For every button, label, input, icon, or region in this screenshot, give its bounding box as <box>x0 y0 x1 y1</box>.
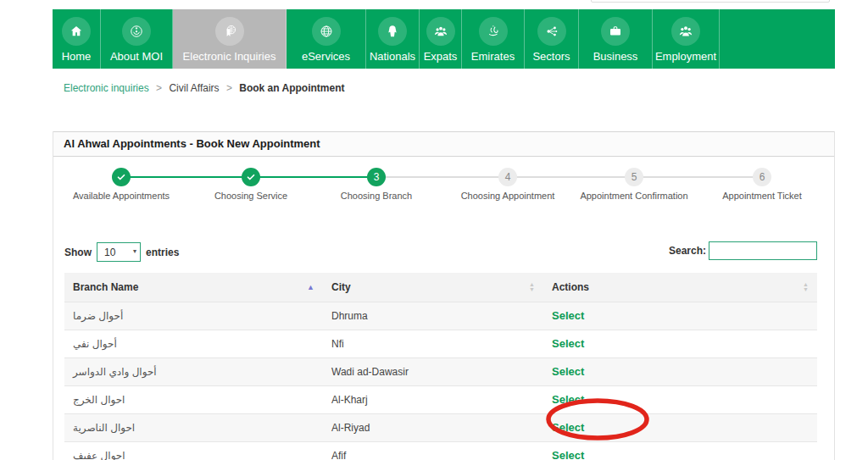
top-search-box-remnant[interactable] <box>591 0 830 3</box>
nav-label: Sectors <box>532 50 570 63</box>
nav-filler <box>720 9 835 69</box>
step-number: 6 <box>753 168 771 186</box>
branch-name-cell: أحوال نفي <box>64 330 323 357</box>
page-size-control: Show 10 ▾ entries <box>64 242 179 262</box>
table-toolbar: Show 10 ▾ entries Search: <box>64 241 817 263</box>
step-choosing-service: Choosing Service <box>183 168 319 201</box>
branch-name-cell: أحوال ضرما <box>64 302 323 330</box>
step-number: 4 <box>498 168 517 186</box>
column-header-actions[interactable]: Actions ▲▼ <box>543 273 817 302</box>
sort-icon: ▲▼ <box>803 282 809 292</box>
city-cell: Al-Riyad <box>323 413 543 441</box>
city-cell: Nfi <box>323 330 543 357</box>
step-label: Choosing Service <box>183 191 319 201</box>
nav-tab-expats[interactable]: Expats <box>420 9 462 69</box>
check-icon <box>112 168 131 186</box>
nav-tab-sectors[interactable]: Sectors <box>525 9 579 69</box>
search-input[interactable] <box>709 241 817 260</box>
search-label: Search: <box>669 245 706 257</box>
nav-label: Home <box>62 50 92 63</box>
select-button[interactable]: Select <box>552 337 584 350</box>
step-wizard: Available Appointments Choosing Service … <box>53 157 834 230</box>
step-label: Choosing Appointment <box>440 191 576 201</box>
step-choosing-appointment: 4 Choosing Appointment <box>440 168 576 201</box>
page-size-select[interactable]: 10 <box>97 242 141 262</box>
nav-tab-nationals[interactable]: Nationals <box>366 9 420 69</box>
step-label: Available Appointments <box>53 191 189 201</box>
step-number: 3 <box>367 168 386 186</box>
select-button[interactable]: Select <box>552 309 584 322</box>
page-size-select-wrap: 10 ▾ <box>97 242 141 262</box>
inquiries-icon <box>215 17 244 46</box>
branches-table: Branch Name ▲ City ▲▼ Actions <box>64 273 817 460</box>
branch-name-cell: احوال الناصرية <box>64 413 323 441</box>
table-header-row: Branch Name ▲ City ▲▼ Actions <box>64 273 817 302</box>
nav-label: Electronic Inquiries <box>183 50 276 63</box>
group-icon <box>426 17 455 46</box>
nav-tab-about-moi[interactable]: About MOI <box>101 9 173 69</box>
nav-label: Nationals <box>370 50 415 63</box>
select-button[interactable]: Select <box>552 449 584 460</box>
step-appointment-confirmation: 5 Appointment Confirmation <box>566 168 702 201</box>
step-choosing-branch: 3 Choosing Branch <box>309 168 444 201</box>
select-button[interactable]: Select <box>552 421 584 434</box>
table-row: احوال عفيف Afif Select <box>64 441 817 460</box>
city-cell: Wadi ad-Dawasir <box>323 357 543 385</box>
briefcase-icon <box>601 17 630 46</box>
national-person-icon <box>378 17 407 46</box>
column-header-city[interactable]: City ▲▼ <box>323 273 543 302</box>
column-label: Branch Name <box>73 281 138 293</box>
nav-label: eServices <box>302 50 350 63</box>
branch-name-cell: أحوال وادي الدواسر <box>64 357 323 385</box>
network-icon <box>537 17 566 46</box>
table-row: أحوال ضرما Dhruma Select <box>64 302 817 330</box>
column-label: City <box>331 281 351 293</box>
step-number: 5 <box>625 168 643 186</box>
select-button[interactable]: Select <box>552 393 584 406</box>
appointment-panel: Al Ahwal Appointments - Book New Appoint… <box>53 131 835 460</box>
calligraphy-icon <box>479 17 508 46</box>
step-label: Choosing Branch <box>309 191 444 201</box>
table-row: أحوال وادي الدواسر Wadi ad-Dawasir Selec… <box>64 357 817 385</box>
city-cell: Afif <box>323 441 543 460</box>
branch-name-cell: احوال الخرج <box>64 385 323 413</box>
check-icon <box>242 168 260 186</box>
step-label: Appointment Ticket <box>694 191 830 201</box>
breadcrumb-separator: > <box>226 82 232 94</box>
moi-emblem-icon <box>122 17 151 46</box>
table-row: احوال الخرج Al-Kharj Select <box>64 385 817 413</box>
search-control: Search: <box>669 241 817 260</box>
city-cell: Dhruma <box>323 302 543 330</box>
home-icon <box>62 17 91 46</box>
table-row: أحوال نفي Nfi Select <box>64 330 817 357</box>
step-label: Appointment Confirmation <box>566 191 702 201</box>
nav-label: Emirates <box>471 50 515 63</box>
breadcrumb-separator: > <box>156 82 162 94</box>
table-row-highlighted: احوال الناصرية Al-Riyad Select <box>64 413 817 441</box>
breadcrumb: Electronic inquiries > Civil Affairs > B… <box>64 82 344 94</box>
nav-tab-eservices[interactable]: eServices <box>287 9 366 69</box>
show-label: Show <box>64 247 92 258</box>
panel-title: Al Ahwal Appointments - Book New Appoint… <box>53 131 834 157</box>
entries-label: entries <box>146 247 179 258</box>
nav-tab-electronic-inquiries[interactable]: Electronic Inquiries <box>173 9 287 69</box>
breadcrumb-civil-affairs[interactable]: Civil Affairs <box>169 82 219 94</box>
nav-tab-employment[interactable]: Employment <box>653 9 720 69</box>
city-cell: Al-Kharj <box>323 385 543 413</box>
globe-icon <box>312 17 341 46</box>
people-icon <box>671 17 700 46</box>
branch-name-cell: احوال عفيف <box>64 441 323 460</box>
nav-label: Employment <box>655 50 716 63</box>
select-button[interactable]: Select <box>552 365 584 378</box>
main-navigation: Home About MOI Electronic Inquiries eSer… <box>53 9 835 69</box>
nav-tab-home[interactable]: Home <box>53 9 101 69</box>
nav-label: Expats <box>424 50 458 63</box>
nav-label: Business <box>593 50 638 63</box>
nav-label: About MOI <box>110 50 163 63</box>
sort-icon: ▲▼ <box>529 282 535 292</box>
nav-tab-emirates[interactable]: Emirates <box>462 9 525 69</box>
column-header-branch-name[interactable]: Branch Name ▲ <box>64 273 323 302</box>
breadcrumb-electronic-inquiries[interactable]: Electronic inquiries <box>64 82 149 94</box>
nav-tab-business[interactable]: Business <box>579 9 653 69</box>
sort-asc-icon: ▲ <box>307 283 314 291</box>
